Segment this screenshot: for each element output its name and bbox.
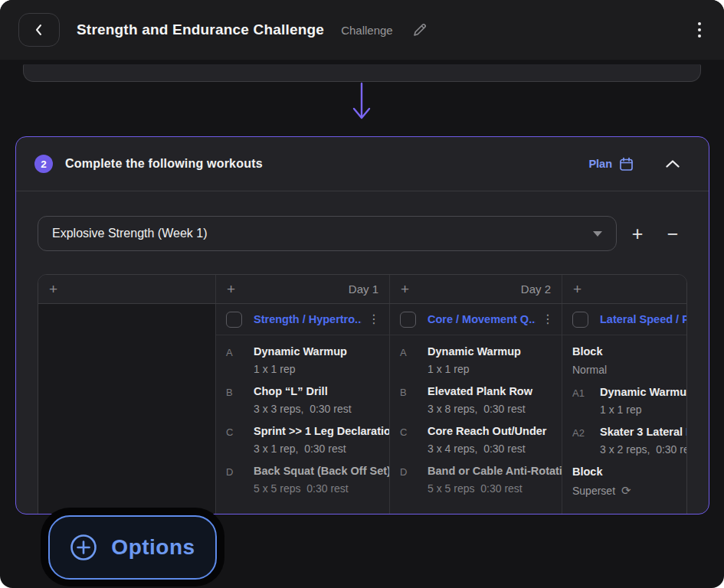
edit-pencil-icon[interactable] [411, 21, 428, 38]
block-title: Block [572, 466, 687, 478]
exercise-name: Dynamic Warmup [254, 345, 347, 358]
exercise-letter: A [400, 345, 428, 375]
back-button[interactable] [18, 13, 60, 47]
exercise-info: Elevated Plank Row3 x 8 reps, 0:30 rest [428, 385, 532, 415]
week-selector-value: Explosive Strength (Week 1) [52, 227, 207, 240]
step-title: Complete the following workouts [65, 157, 263, 171]
exercise-row[interactable]: ADynamic Warmup1 x 1 rep [390, 335, 562, 375]
grid-header-cell: +Day 1 [216, 275, 390, 303]
block-subtitle: Normal [572, 364, 687, 376]
grid-header: ++Day 1+Day 2+ [38, 275, 686, 304]
exercise-row[interactable]: A2Skater 3 Lateral Ho3 x 2 reps, 0:30 re [562, 416, 687, 456]
day-label: Day 2 [521, 283, 551, 296]
step-number-badge: 2 [34, 155, 53, 173]
exercise-detail: 3 x 4 reps, 0:30 rest [428, 443, 547, 455]
workout-checkbox[interactable] [226, 312, 242, 328]
exercise-name: Core Reach Out/Under [428, 425, 547, 437]
workout-card-header: Strength / Hypertro...⋮ [216, 304, 390, 335]
superset-cycle-icon: ⟳ [621, 484, 631, 498]
exercise-row[interactable]: BElevated Plank Row3 x 8 reps, 0:30 rest [390, 375, 562, 415]
exercise-info: Chop “L” Drill3 x 3 reps, 0:30 rest [254, 385, 352, 415]
exercise-row[interactable]: ADynamic Warmup1 x 1 rep [216, 335, 390, 375]
exercise-detail: 1 x 1 rep [600, 403, 687, 416]
workout-title-link[interactable]: Strength / Hypertro... [254, 313, 362, 325]
exercise-detail: 5 x 5 reps 0:30 rest [428, 482, 562, 495]
grid-header-cell: +Day 2 [390, 275, 562, 303]
exercise-detail: 3 x 1 rep, 0:30 rest [254, 443, 390, 455]
options-button[interactable]: Options [48, 515, 217, 580]
exercise-name: Chop “L” Drill [254, 385, 352, 397]
remove-week-button[interactable]: − [658, 224, 687, 243]
exercise-name: Skater 3 Lateral Ho [600, 426, 687, 438]
app-window: Strength and Endurance Challenge Challen… [0, 0, 724, 588]
block-title: Block [572, 345, 687, 358]
step-card-body: Explosive Strength (Week 1) + − ++Day 1+… [16, 191, 709, 514]
exercise-letter: C [226, 425, 254, 455]
grid-header-cell: + [38, 275, 216, 303]
chevron-left-icon [33, 24, 45, 36]
exercise-detail: 3 x 3 reps, 0:30 rest [254, 403, 352, 415]
previous-step-card[interactable] [23, 64, 701, 82]
add-workout-icon[interactable]: + [49, 281, 57, 298]
exercise-name: Elevated Plank Row [428, 385, 532, 397]
exercise-detail: 1 x 1 rep [254, 363, 347, 375]
workout-card: Lateral Speed / Ply⋮BlockNormalA1Dynamic… [562, 304, 687, 514]
exercise-detail: 1 x 1 rep [428, 363, 521, 375]
add-workout-icon[interactable]: + [401, 281, 409, 298]
overflow-menu-icon[interactable] [693, 18, 706, 42]
exercise-row[interactable]: DBand or Cable Anti-Rotati...5 x 5 reps … [390, 455, 562, 495]
add-workout-icon[interactable]: + [227, 281, 235, 298]
workout-card: Strength / Hypertro...⋮ADynamic Warmup1 … [216, 304, 390, 514]
exercise-letter: A2 [572, 426, 600, 456]
exercise-row[interactable]: CCore Reach Out/Under3 x 4 reps, 0:30 re… [390, 415, 562, 455]
plan-button[interactable]: Plan [588, 157, 634, 172]
grid-column: Strength / Hypertro...⋮ADynamic Warmup1 … [216, 304, 390, 514]
workout-card-header: Core / Movement Q...⋮ [390, 304, 562, 335]
step-card: 2 Complete the following workouts Plan E… [15, 136, 709, 514]
exercise-detail: 5 x 5 reps 0:30 rest [254, 482, 390, 495]
exercise-row[interactable]: DBack Squat (Back Off Set)5 x 5 reps 0:3… [216, 455, 390, 495]
workout-menu-icon[interactable]: ⋮ [368, 313, 380, 325]
calendar-icon [619, 157, 634, 172]
exercise-name: Dynamic Warmup [428, 345, 521, 358]
collapse-chevron-icon[interactable] [666, 160, 680, 168]
grid-body: Strength / Hypertro...⋮ADynamic Warmup1 … [38, 304, 686, 514]
exercise-info: Dynamic Warmup1 x 1 rep [600, 386, 687, 416]
step-card-header: 2 Complete the following workouts Plan [16, 137, 709, 191]
week-selector-row: Explosive Strength (Week 1) + − [38, 216, 687, 251]
workout-checkbox[interactable] [572, 312, 588, 328]
exercise-name: Sprint >> 1 Leg Declarations [254, 425, 390, 437]
exercise-row[interactable]: A1Dynamic Warmup1 x 1 rep [562, 376, 687, 416]
exercise-letter: A1 [572, 386, 600, 416]
exercise-info: Back Squat (Back Off Set)5 x 5 reps 0:30… [254, 465, 390, 495]
exercise-letter: D [400, 465, 428, 495]
workout-card: Core / Movement Q...⋮ADynamic Warmup1 x … [390, 304, 562, 514]
exercise-name: Dynamic Warmup [600, 386, 687, 398]
plus-circle-icon [70, 534, 97, 561]
dropdown-caret-icon [593, 231, 602, 237]
week-selector[interactable]: Explosive Strength (Week 1) [38, 216, 617, 251]
exercise-detail: 3 x 8 reps, 0:30 rest [428, 403, 532, 415]
exercise-detail: 3 x 2 reps, 0:30 re [600, 443, 687, 456]
workout-card-header: Lateral Speed / Ply⋮ [562, 304, 687, 335]
grid-header-cell: + [562, 275, 687, 303]
exercise-row[interactable]: BChop “L” Drill3 x 3 reps, 0:30 rest [216, 375, 390, 415]
topbar: Strength and Endurance Challenge Challen… [0, 0, 724, 60]
exercise-info: Core Reach Out/Under3 x 4 reps, 0:30 res… [428, 425, 547, 455]
workout-title-link[interactable]: Lateral Speed / Ply [600, 313, 687, 325]
grid-column [38, 304, 216, 514]
workout-grid: ++Day 1+Day 2+ Strength / Hypertro...⋮AD… [38, 274, 687, 514]
exercise-letter: D [226, 465, 254, 495]
plan-label: Plan [588, 158, 612, 170]
exercise-row[interactable]: CSprint >> 1 Leg Declarations3 x 1 rep, … [216, 415, 390, 455]
workout-checkbox[interactable] [400, 312, 416, 328]
block-subtitle: Superset⟳ [572, 484, 687, 498]
exercise-letter: B [226, 385, 254, 415]
add-week-button[interactable]: + [623, 224, 652, 243]
workout-menu-icon[interactable]: ⋮ [542, 313, 554, 325]
add-workout-icon[interactable]: + [573, 281, 581, 298]
grid-column: Core / Movement Q...⋮ADynamic Warmup1 x … [390, 304, 562, 514]
page-title: Strength and Endurance Challenge [77, 21, 324, 38]
workout-title-link[interactable]: Core / Movement Q... [428, 313, 536, 325]
grid-column: Lateral Speed / Ply⋮BlockNormalA1Dynamic… [562, 304, 687, 514]
